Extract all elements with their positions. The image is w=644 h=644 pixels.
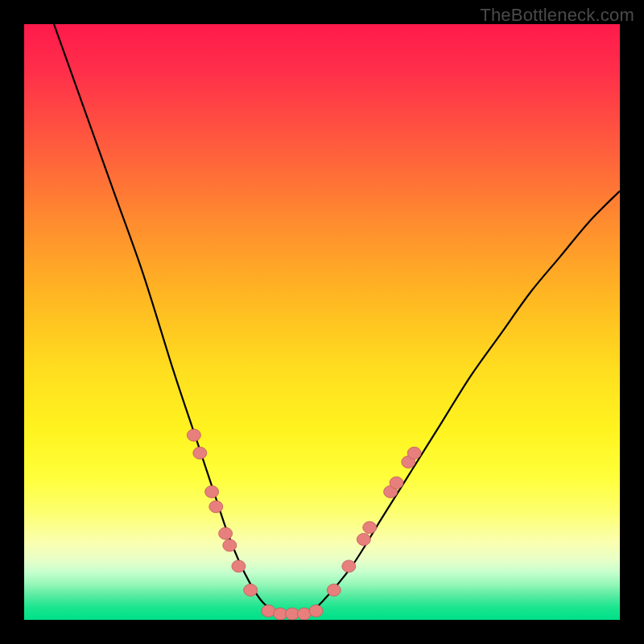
data-marker — [219, 527, 233, 539]
bottleneck-curve — [54, 24, 620, 614]
data-marker — [232, 560, 246, 572]
data-marker — [309, 605, 323, 617]
chart-frame: TheBottleneck.com — [0, 0, 644, 644]
plot-area — [24, 24, 620, 620]
data-marker — [390, 477, 403, 489]
data-marker — [297, 608, 311, 620]
data-marker — [342, 560, 356, 572]
data-marker — [262, 605, 275, 617]
data-marker — [244, 584, 258, 597]
data-marker — [363, 522, 377, 534]
data-marker — [407, 447, 421, 459]
curve-layer — [24, 24, 620, 620]
data-marker — [193, 447, 207, 459]
data-marker — [205, 485, 219, 497]
data-marker — [187, 429, 200, 441]
data-marker — [357, 534, 370, 546]
marker-group — [187, 429, 421, 620]
data-marker — [327, 584, 341, 597]
watermark-text: TheBottleneck.com — [480, 5, 634, 26]
data-marker — [223, 539, 237, 551]
data-marker — [209, 501, 223, 513]
